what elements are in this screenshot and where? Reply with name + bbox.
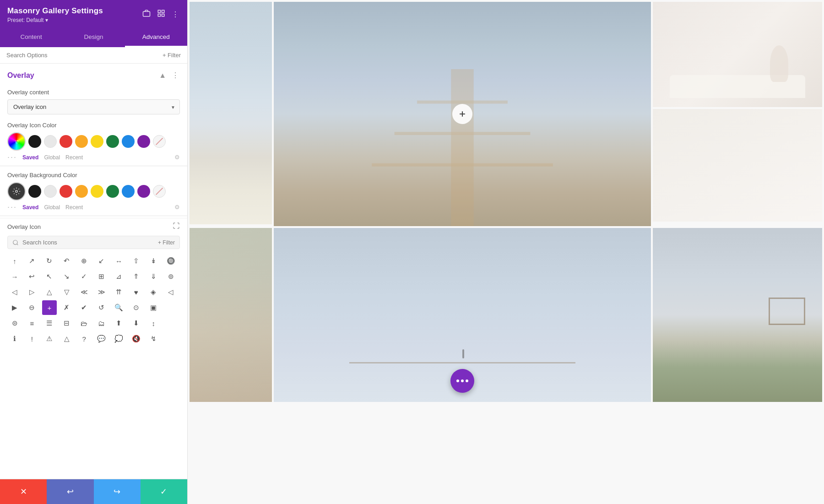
icon-cell[interactable]: ⊜	[7, 316, 22, 331]
color-swatch-red[interactable]	[60, 135, 72, 148]
color-bg-swatch-blue[interactable]	[122, 185, 135, 198]
icon-cell[interactable]: ⊿	[111, 269, 126, 284]
icon-cell[interactable]: 🔇	[129, 331, 143, 346]
icon-cell[interactable]: ≡	[25, 316, 39, 331]
icon-cell[interactable]: ⚠	[42, 331, 57, 346]
color-tab-global-2[interactable]: Global	[44, 204, 60, 211]
icon-cell[interactable]: ≪	[77, 285, 92, 299]
more-options-icon[interactable]: ⋮	[171, 9, 180, 20]
icon-cell[interactable]: 💬	[94, 331, 109, 346]
color-bg-picker-selected[interactable]	[7, 182, 26, 201]
icon-cell[interactable]: ⊟	[60, 316, 74, 331]
icon-cell[interactable]: ↻	[42, 254, 57, 268]
color-bg-swatch-red[interactable]	[60, 185, 72, 198]
color-bg-swatch-green[interactable]	[106, 185, 119, 198]
color-settings-icon-2[interactable]: ⚙	[174, 204, 180, 211]
icon-cell[interactable]: ↕	[146, 316, 161, 331]
tab-design[interactable]: Design	[62, 28, 125, 47]
icon-cell[interactable]: ↺	[94, 300, 109, 315]
icon-cell[interactable]: △	[42, 285, 57, 299]
icon-cell[interactable]: ⇈	[111, 285, 126, 299]
icon-search-input[interactable]	[22, 239, 154, 246]
icon-cell[interactable]: ↯	[146, 331, 161, 346]
gallery-item-misty[interactable]	[274, 228, 651, 402]
gallery-item[interactable]	[653, 109, 822, 222]
icon-cell[interactable]: ▷	[25, 285, 39, 299]
icon-cell[interactable]: ↖	[42, 269, 57, 284]
icon-cell[interactable]: 🗂	[94, 316, 109, 331]
fullscreen-icon-btn[interactable]	[173, 222, 180, 231]
color-swatch-purple[interactable]	[137, 135, 150, 148]
icon-cell[interactable]: ☰	[42, 316, 57, 331]
icon-cell[interactable]: △	[60, 331, 74, 346]
icon-cell-plus-selected[interactable]: +	[42, 300, 57, 315]
tab-advanced[interactable]: Advanced	[125, 28, 187, 47]
color-tab-recent-2[interactable]: Recent	[65, 204, 83, 211]
icon-cell[interactable]: ⊚	[163, 269, 178, 284]
icon-cell[interactable]: ?	[77, 331, 92, 346]
collapse-overlay-btn[interactable]: ▲	[158, 70, 167, 81]
icon-cell[interactable]	[163, 316, 178, 331]
color-swatch-none[interactable]	[153, 135, 166, 148]
icon-cell[interactable]: ✓	[77, 269, 92, 284]
color-swatch-orange[interactable]	[75, 135, 88, 148]
icon-cell[interactable]: 🔘	[163, 254, 178, 268]
icon-cell[interactable]: ⇓	[146, 269, 161, 284]
icon-cell[interactable]: ↔	[111, 254, 126, 268]
icon-cell[interactable]	[163, 331, 178, 346]
icon-cell[interactable]: ◈	[146, 285, 161, 299]
color-swatch-green[interactable]	[106, 135, 119, 148]
icon-cell[interactable]: ▽	[60, 285, 74, 299]
color-tab-global[interactable]: Global	[44, 154, 60, 161]
icon-cell[interactable]: ✔	[77, 300, 92, 315]
color-bg-swatch-orange[interactable]	[75, 185, 88, 198]
gallery-item[interactable]	[190, 2, 272, 224]
color-dots-2[interactable]: ···	[7, 202, 17, 212]
icon-filter-button[interactable]: + Filter	[158, 239, 175, 246]
icon-cell[interactable]: →	[7, 269, 22, 284]
undo-button[interactable]: ↩	[47, 479, 93, 504]
icon-cell[interactable]: 💭	[111, 331, 126, 346]
icon-cell[interactable]	[163, 300, 178, 315]
icon-cell[interactable]: ↙	[94, 254, 109, 268]
icon-cell[interactable]: ▶	[7, 300, 22, 315]
color-bg-swatch-black[interactable]	[28, 185, 41, 198]
icon-cell[interactable]: ⬇	[129, 316, 143, 331]
color-tab-saved[interactable]: Saved	[22, 154, 38, 161]
icon-cell[interactable]: ↑	[7, 254, 22, 268]
icon-cell[interactable]: 🗁	[77, 316, 92, 331]
gallery-item[interactable]	[653, 2, 822, 107]
icon-cell[interactable]: ↡	[146, 254, 161, 268]
color-swatch-black[interactable]	[28, 135, 41, 148]
responsive-icon[interactable]	[141, 8, 152, 20]
icon-cell[interactable]: ℹ	[7, 331, 22, 346]
color-swatch-yellow[interactable]	[91, 135, 103, 148]
preset-label[interactable]: Preset: Default ▾	[7, 17, 103, 23]
search-input[interactable]	[6, 52, 159, 59]
icon-cell[interactable]: ◁	[163, 285, 178, 299]
gallery-item[interactable]	[190, 228, 272, 402]
icon-cell[interactable]: ↶	[60, 254, 74, 268]
icon-cell[interactable]: 🔍	[111, 300, 126, 315]
color-bg-swatch-none[interactable]	[153, 185, 166, 198]
overlay-options-btn[interactable]: ⋮	[171, 70, 180, 81]
color-tab-saved-2[interactable]: Saved	[22, 204, 38, 211]
icon-cell[interactable]: ▣	[146, 300, 161, 315]
icon-cell[interactable]: ⊕	[77, 254, 92, 268]
color-swatch-blue[interactable]	[122, 135, 135, 148]
icon-cell[interactable]: ⇧	[129, 254, 143, 268]
icon-cell[interactable]: ↗	[25, 254, 39, 268]
gallery-item-pier[interactable]	[274, 2, 651, 226]
color-bg-swatch-purple[interactable]	[137, 185, 150, 198]
icon-cell[interactable]: ✗	[60, 300, 74, 315]
icon-cell[interactable]: ⇑	[129, 269, 143, 284]
save-button[interactable]: ✓	[141, 479, 187, 504]
fab-button[interactable]	[450, 369, 474, 393]
icon-cell[interactable]: ≫	[94, 285, 109, 299]
close-button[interactable]: ✕	[0, 479, 47, 504]
gallery-item[interactable]	[653, 228, 822, 402]
filter-button[interactable]: + Filter	[163, 52, 181, 59]
icon-cell[interactable]: !	[25, 331, 39, 346]
icon-cell[interactable]: ↩	[25, 269, 39, 284]
color-tab-recent[interactable]: Recent	[65, 154, 83, 161]
